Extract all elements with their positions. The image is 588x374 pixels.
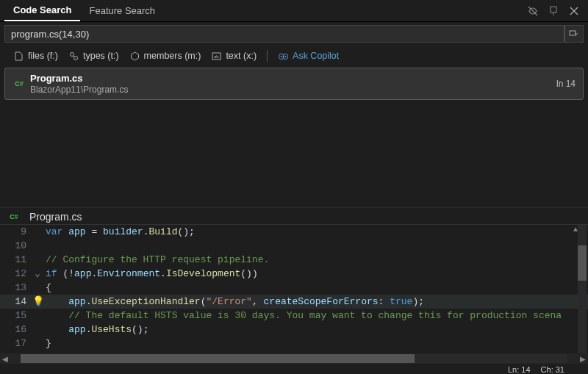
code-line-15[interactable]: // The default HSTS value is 30 days. Yo… — [43, 309, 588, 323]
filter-files[interactable]: files (f:) — [13, 51, 58, 62]
status-line[interactable]: Ln: 14 — [508, 365, 531, 374]
filter-members[interactable]: members (m:) — [129, 51, 201, 62]
types-icon — [68, 51, 79, 62]
code-line-13[interactable]: { — [43, 281, 588, 295]
code-line-17[interactable]: } — [43, 337, 588, 350]
tab-code-search[interactable]: Code Search — [4, 0, 80, 21]
line-number: 16 — [0, 323, 32, 337]
scroll-left-icon[interactable]: ◀ — [0, 355, 10, 363]
close-icon[interactable] — [567, 4, 581, 18]
result-path: BlazorApp11\Program.cs — [30, 84, 556, 95]
eye-off-icon[interactable] — [526, 4, 539, 18]
file-icon — [13, 51, 24, 62]
ask-copilot[interactable]: Ask Copilot — [278, 51, 339, 62]
status-column[interactable]: Ch: 31 — [541, 365, 564, 374]
svg-text:ab: ab — [214, 54, 219, 59]
svg-point-10 — [281, 56, 282, 57]
filter-types[interactable]: types (t:) — [68, 51, 119, 62]
code-line-9[interactable]: var app = builder.Build(); — [43, 225, 588, 239]
pin-icon[interactable] — [547, 4, 560, 18]
members-icon — [129, 51, 140, 62]
result-line: ln 14 — [556, 79, 576, 89]
scroll-right-icon[interactable]: ▶ — [578, 355, 588, 363]
code-line-16[interactable]: app.UseHsts(); — [43, 323, 588, 337]
svg-point-11 — [284, 56, 286, 57]
line-number: 10 — [0, 239, 32, 253]
svg-point-3 — [70, 52, 74, 56]
empty-results-area — [0, 101, 588, 207]
scrollbar-thumb[interactable] — [21, 354, 415, 363]
horizontal-scrollbar[interactable]: ◀ ▶ — [0, 353, 588, 364]
line-number: 9 — [0, 225, 32, 239]
editor-filename: Program.cs — [29, 211, 82, 223]
statusbar: Ln: 14 Ch: 31 — [0, 364, 588, 374]
line-number: 12 — [0, 267, 32, 281]
tab-feature-search[interactable]: Feature Search — [80, 1, 164, 21]
svg-point-4 — [74, 56, 77, 60]
result-title: Program.cs — [30, 73, 556, 84]
code-line-12[interactable]: if (!app.Environment.IsDevelopment()) — [43, 267, 588, 281]
line-number: 17 — [0, 337, 32, 350]
filter-text[interactable]: ab text (x:) — [211, 51, 257, 62]
line-number: 14 — [0, 295, 32, 309]
copilot-icon — [278, 51, 289, 62]
code-line-14[interactable]: app.UseExceptionHandler("/Error", create… — [43, 295, 588, 309]
csharp-file-icon: C# — [12, 79, 26, 89]
svg-rect-2 — [570, 31, 576, 35]
separator — [267, 50, 268, 62]
csharp-file-icon: C# — [7, 212, 21, 222]
svg-rect-0 — [551, 7, 556, 12]
search-options-dropdown[interactable] — [564, 25, 584, 43]
filter-files-label: files (f:) — [28, 51, 58, 61]
filter-members-label: members (m:) — [144, 51, 201, 61]
search-result[interactable]: C# Program.cs BlazorApp11\Program.cs ln … — [4, 68, 584, 100]
line-number: 18 — [0, 350, 32, 353]
code-line-11[interactable]: // Configure the HTTP request pipeline. — [43, 253, 588, 267]
line-number: 15 — [0, 309, 32, 323]
fold-icon[interactable]: ⌄ — [32, 267, 43, 281]
text-icon: ab — [211, 51, 222, 62]
ask-copilot-label: Ask Copilot — [293, 51, 339, 61]
line-number: 11 — [0, 253, 32, 267]
svg-line-5 — [74, 56, 74, 57]
line-number: 13 — [0, 281, 32, 295]
titlebar: Code Search Feature Search — [0, 0, 588, 22]
filter-types-label: types (t:) — [83, 51, 119, 61]
filter-row: files (f:) types (t:) members (m:) ab te… — [0, 46, 588, 66]
editor-tab[interactable]: C# Program.cs — [7, 211, 82, 223]
code-editor[interactable]: ▲ 9var app = builder.Build(); 10 11// Co… — [0, 224, 588, 353]
search-input[interactable] — [4, 25, 564, 43]
filter-text-label: text (x:) — [226, 51, 257, 61]
vertical-scrollbar[interactable] — [578, 225, 587, 353]
search-row — [0, 22, 588, 46]
scrollbar-thumb[interactable] — [578, 245, 587, 281]
editor-tab-row: C# Program.cs — [0, 207, 588, 224]
